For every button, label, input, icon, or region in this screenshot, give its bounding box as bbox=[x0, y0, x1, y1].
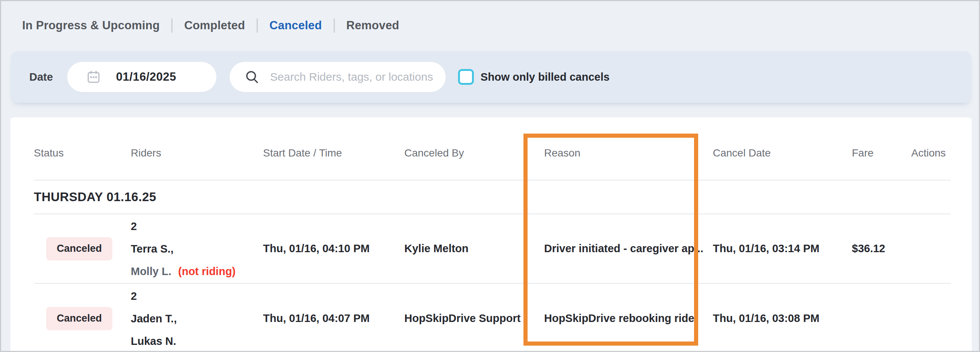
rider-name: Molly L. bbox=[131, 265, 171, 277]
date-value: 01/16/2025 bbox=[116, 70, 176, 84]
tab-in-progress-upcoming[interactable]: In Progress & Upcoming bbox=[22, 19, 160, 32]
filter-bar: Date 01/16/2025 Show only billed cancels bbox=[11, 51, 972, 103]
billed-cancels-checkbox[interactable] bbox=[458, 69, 474, 85]
reason-cell: Driver initiated - caregiver ap... bbox=[544, 243, 713, 255]
column-header-riders: Riders bbox=[131, 147, 263, 159]
tab-canceled[interactable]: Canceled bbox=[269, 19, 321, 32]
search-input[interactable] bbox=[270, 64, 445, 90]
reason-cell: HopSkipDrive rebooking ride bbox=[544, 312, 713, 325]
column-header-actions: Actions bbox=[911, 147, 951, 159]
cancel-date-cell: Thu, 01/16, 03:08 PM bbox=[713, 312, 852, 325]
billed-cancels-filter: Show only billed cancels bbox=[458, 69, 609, 85]
column-header-start: Start Date / Time bbox=[263, 147, 404, 159]
table-row[interactable]: Canceled 2 Jaden T., Lukas N. Thu, 01/16… bbox=[34, 284, 951, 352]
column-header-fare: Fare bbox=[852, 147, 911, 159]
tab-separator bbox=[171, 18, 172, 33]
not-riding-note: (not riding) bbox=[178, 265, 235, 277]
column-header-status: Status bbox=[34, 147, 131, 159]
rider-count: 2 bbox=[131, 215, 263, 238]
billed-cancels-label: Show only billed cancels bbox=[480, 71, 609, 83]
column-header-cancel-date: Cancel Date bbox=[713, 147, 852, 159]
date-section-header: THURSDAY 01.16.25 bbox=[34, 181, 951, 214]
tab-separator bbox=[334, 18, 335, 33]
canceled-by-cell: HopSkipDrive Support bbox=[404, 312, 544, 325]
table-row[interactable]: Canceled 2 Terra S., Molly L. (not ridin… bbox=[34, 214, 951, 284]
table-header-row: Status Riders Start Date / Time Canceled… bbox=[34, 117, 951, 181]
date-label: Date bbox=[29, 71, 53, 83]
start-date-cell: Thu, 01/16, 04:10 PM bbox=[263, 243, 404, 255]
status-badge: Canceled bbox=[46, 307, 112, 330]
tab-separator bbox=[257, 18, 258, 33]
column-header-reason: Reason bbox=[544, 147, 713, 159]
search-field bbox=[230, 62, 445, 92]
status-cell: Canceled bbox=[34, 307, 131, 330]
riders-cell: 2 Terra S., Molly L. (not riding) bbox=[131, 215, 263, 282]
rider-count: 2 bbox=[131, 285, 263, 308]
cancel-date-cell: Thu, 01/16, 03:14 PM bbox=[713, 243, 852, 255]
canceled-by-cell: Kylie Melton bbox=[404, 243, 544, 255]
tab-removed[interactable]: Removed bbox=[347, 19, 399, 32]
calendar-icon bbox=[86, 69, 101, 85]
ride-status-tabbar: In Progress & Upcoming Completed Cancele… bbox=[1, 1, 979, 39]
rider-name: Lukas N. bbox=[131, 335, 176, 347]
fare-cell: $36.12 bbox=[852, 243, 911, 255]
canceled-rides-table: Status Riders Start Date / Time Canceled… bbox=[11, 117, 972, 352]
date-section-title: THURSDAY 01.16.25 bbox=[34, 190, 156, 204]
date-picker-input[interactable]: 01/16/2025 bbox=[67, 62, 216, 92]
column-header-canceled-by: Canceled By bbox=[404, 147, 544, 159]
tab-completed[interactable]: Completed bbox=[184, 19, 245, 32]
search-icon bbox=[244, 69, 260, 85]
start-date-cell: Thu, 01/16, 04:07 PM bbox=[263, 312, 404, 325]
rider-name: Terra S., bbox=[131, 238, 263, 260]
riders-cell: 2 Jaden T., Lukas N. bbox=[131, 285, 263, 352]
rider-name: Jaden T., bbox=[131, 308, 263, 330]
status-badge: Canceled bbox=[46, 237, 112, 260]
status-cell: Canceled bbox=[34, 237, 131, 260]
